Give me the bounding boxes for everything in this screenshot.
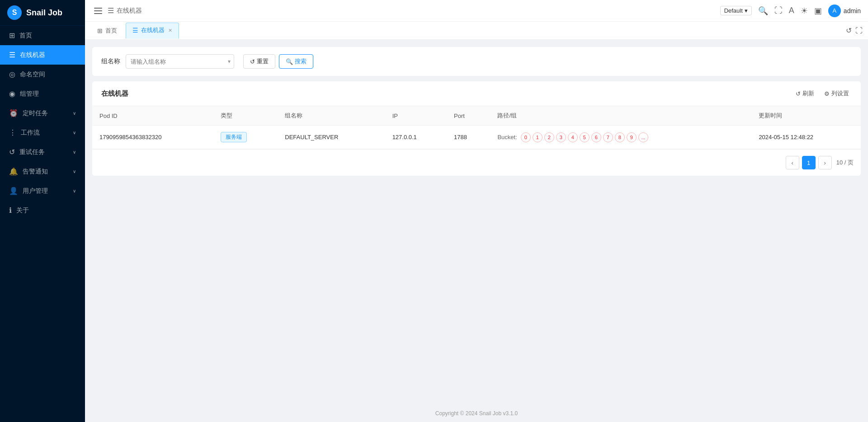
bucket-label: Bucket: bbox=[497, 134, 517, 141]
namespace-selector[interactable]: Default ▾ bbox=[720, 6, 752, 15]
user-icon: 👤 bbox=[9, 187, 18, 195]
sidebar: S Snail Job ⊞ 首页 ☰ 在线机器 ◎ 命名空间 ◉ 组管理 ⏰ 定… bbox=[0, 0, 85, 422]
arrow-icon: ∨ bbox=[73, 169, 76, 174]
group-name-input[interactable] bbox=[126, 54, 234, 69]
main-area: ☰ 在线机器 Default ▾ 🔍 ⛶ A ☀ ▣ A admin ⊞ 首页 bbox=[85, 0, 868, 422]
reload-tab-button[interactable]: ↺ bbox=[846, 26, 852, 35]
breadcrumb: ☰ 在线机器 bbox=[108, 6, 142, 15]
bucket-8: 8 bbox=[615, 132, 625, 142]
tab-online-machines[interactable]: ☰ 在线机器 ✕ bbox=[126, 23, 179, 39]
bucket-more[interactable]: ... bbox=[638, 132, 648, 142]
tab-home-icon: ⊞ bbox=[97, 27, 103, 34]
arrow-icon: ∨ bbox=[73, 130, 76, 135]
theme-button[interactable]: ☀ bbox=[801, 6, 808, 16]
reset-icon: ↺ bbox=[250, 58, 255, 65]
reset-button[interactable]: ↺ 重置 bbox=[243, 54, 275, 69]
next-page-button[interactable]: › bbox=[818, 156, 832, 169]
scheduled-icon: ⏰ bbox=[9, 109, 18, 117]
col-group-name: 组名称 bbox=[278, 106, 385, 126]
tab-home[interactable]: ⊞ 首页 bbox=[90, 23, 124, 39]
sidebar-item-online-machines[interactable]: ☰ 在线机器 bbox=[0, 45, 85, 65]
settings-icon: ⚙ bbox=[824, 90, 830, 97]
bucket-2: 2 bbox=[544, 132, 554, 142]
online-machines-icon: ☰ bbox=[9, 51, 15, 59]
cell-path-group: Bucket: 0 1 2 3 4 5 6 7 8 9 bbox=[490, 126, 751, 149]
tab-close-button[interactable]: ✕ bbox=[168, 28, 172, 33]
sidebar-item-namespace[interactable]: ◎ 命名空间 bbox=[0, 65, 85, 84]
home-icon: ⊞ bbox=[9, 31, 15, 40]
bucket-9: 9 bbox=[627, 132, 637, 142]
cell-type: 服务端 bbox=[213, 126, 278, 149]
type-badge: 服务端 bbox=[221, 132, 247, 142]
retry-icon: ↺ bbox=[9, 148, 15, 156]
refresh-button[interactable]: ↺ 刷新 bbox=[793, 88, 817, 99]
footer-text: Copyright © 2024 Snail Job v3.1.0 bbox=[435, 410, 518, 417]
bucket-1: 1 bbox=[533, 132, 542, 142]
breadcrumb-text: 在线机器 bbox=[117, 7, 142, 15]
breadcrumb-icon: ☰ bbox=[108, 6, 114, 15]
topbar: ☰ 在线机器 Default ▾ 🔍 ⛶ A ☀ ▣ A admin bbox=[85, 0, 868, 22]
tab-online-machines-label: 在线机器 bbox=[141, 26, 165, 34]
translate-button[interactable]: A bbox=[789, 6, 794, 15]
bucket-5: 5 bbox=[580, 132, 590, 142]
reset-label: 重置 bbox=[257, 57, 269, 66]
cell-pod-id: 1790959854363832320 bbox=[92, 126, 213, 149]
cell-ip: 127.0.0.1 bbox=[385, 126, 447, 149]
sidebar-item-group-manage[interactable]: ◉ 组管理 bbox=[0, 84, 85, 103]
sidebar-item-label: 在线机器 bbox=[20, 51, 76, 59]
table-header: Pod ID 类型 组名称 IP Port 路径/组 更新时间 bbox=[92, 106, 861, 126]
page-1-button[interactable]: 1 bbox=[802, 156, 816, 169]
sidebar-item-user-manage[interactable]: 👤 用户管理 ∨ bbox=[0, 181, 85, 201]
fullscreen-button[interactable]: ⛶ bbox=[774, 6, 783, 15]
cell-port: 1788 bbox=[447, 126, 490, 149]
cell-group-name: DEFAULT_SERVER bbox=[278, 126, 385, 149]
bucket-0: 0 bbox=[521, 132, 531, 142]
sidebar-item-home[interactable]: ⊞ 首页 bbox=[0, 26, 85, 45]
sidebar-item-label: 命名空间 bbox=[20, 70, 76, 79]
sidebar-logo: S Snail Job bbox=[0, 0, 85, 26]
sidebar-item-workflow[interactable]: ⋮ 工作流 ∨ bbox=[0, 123, 85, 142]
content-area: 组名称 ▾ ↺ 重置 🔍 搜索 在线机器 bbox=[85, 40, 868, 405]
group-name-label: 组名称 bbox=[101, 57, 120, 66]
sidebar-item-alerts[interactable]: 🔔 告警通知 ∨ bbox=[0, 162, 85, 181]
topbar-left: ☰ 在线机器 bbox=[92, 6, 715, 16]
table-body: 1790959854363832320 服务端 DEFAULT_SERVER 1… bbox=[92, 126, 861, 149]
column-settings-button[interactable]: ⚙ 列设置 bbox=[821, 88, 852, 99]
pagination-row: ‹ 1 › 10 / 页 bbox=[92, 149, 861, 176]
maximize-tab-button[interactable]: ⛶ bbox=[855, 27, 863, 35]
col-type: 类型 bbox=[213, 106, 278, 126]
search-label: 搜索 bbox=[295, 57, 307, 66]
sidebar-item-label: 告警通知 bbox=[23, 168, 68, 176]
online-machines-table: Pod ID 类型 组名称 IP Port 路径/组 更新时间 17909598… bbox=[92, 106, 861, 149]
user-name: admin bbox=[844, 7, 861, 14]
bucket-7: 7 bbox=[603, 132, 613, 142]
dropdown-arrow-icon: ▾ bbox=[745, 7, 748, 14]
sidebar-item-scheduled-tasks[interactable]: ⏰ 定时任务 ∨ bbox=[0, 103, 85, 123]
arrow-icon: ∨ bbox=[73, 111, 76, 116]
user-menu[interactable]: A admin bbox=[828, 5, 861, 17]
layout-button[interactable]: ▣ bbox=[814, 6, 822, 16]
arrow-icon: ∨ bbox=[73, 150, 76, 155]
sidebar-item-retry-tasks[interactable]: ↺ 重试任务 ∨ bbox=[0, 142, 85, 162]
sidebar-item-label: 组管理 bbox=[20, 90, 76, 98]
search-button[interactable]: 🔍 bbox=[758, 6, 768, 16]
sidebar-item-label: 首页 bbox=[19, 32, 76, 40]
table-title: 在线机器 bbox=[101, 89, 128, 98]
sidebar-item-about[interactable]: ℹ 关于 bbox=[0, 201, 85, 220]
table-actions: ↺ 刷新 ⚙ 列设置 bbox=[793, 88, 852, 99]
tabs-bar: ⊞ 首页 ☰ 在线机器 ✕ ↺ ⛶ bbox=[85, 22, 868, 40]
prev-page-button[interactable]: ‹ bbox=[786, 156, 799, 169]
search-filter-button[interactable]: 🔍 搜索 bbox=[279, 54, 313, 69]
sidebar-item-label: 关于 bbox=[16, 206, 76, 215]
about-icon: ℹ bbox=[9, 206, 12, 215]
refresh-icon: ↺ bbox=[796, 90, 801, 97]
cell-update-time: 2024-05-15 12:48:22 bbox=[751, 126, 861, 149]
namespace-icon: ◎ bbox=[9, 70, 15, 79]
filter-row: 组名称 ▾ ↺ 重置 🔍 搜索 bbox=[92, 47, 861, 76]
col-path-group: 路径/组 bbox=[490, 106, 751, 126]
filter-buttons: ↺ 重置 🔍 搜索 bbox=[243, 54, 313, 69]
namespace-value: Default bbox=[724, 7, 743, 14]
collapse-sidebar-button[interactable] bbox=[92, 6, 104, 16]
bucket-6: 6 bbox=[591, 132, 601, 142]
page-size-info: 10 / 页 bbox=[836, 159, 854, 167]
